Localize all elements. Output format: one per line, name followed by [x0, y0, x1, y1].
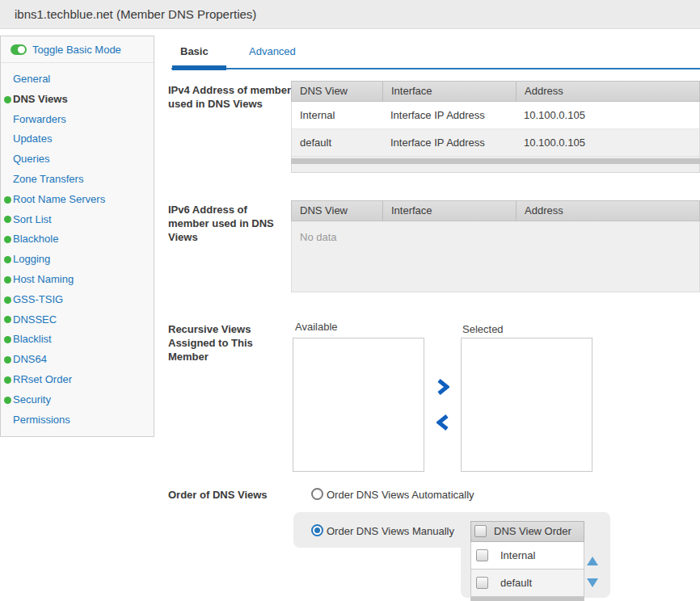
ipv6-section-label: IPv6 Address of member used in DNS Views: [168, 203, 280, 244]
sidebar-item-root-name-servers[interactable]: Root Name Servers: [1, 190, 154, 210]
ipv4-table: DNS View Interface Address Internal Inte…: [291, 81, 700, 173]
cell-address: 10.100.0.105: [516, 129, 699, 156]
selected-listbox[interactable]: [461, 338, 592, 472]
radio-order-manually[interactable]: [311, 524, 323, 536]
sidebar-nav: General DNS Views Forwarders Updates Que…: [1, 63, 154, 430]
table-row[interactable]: default Interface IP Address 10.100.0.10…: [292, 129, 699, 157]
horizontal-scrollbar[interactable]: [291, 158, 700, 164]
sidebar-item-logging[interactable]: Logging: [1, 250, 154, 270]
horizontal-scrollbar[interactable]: [470, 597, 584, 601]
status-dot-icon: [4, 216, 11, 223]
chevron-right-icon: [436, 379, 449, 395]
table-footer: [291, 164, 700, 173]
sidebar-item-rrset-order[interactable]: RRset Order: [1, 370, 154, 390]
table-row[interactable]: Internal: [470, 542, 584, 569]
column-header-address[interactable]: Address: [516, 201, 699, 221]
empty-table-message: No data: [291, 221, 700, 292]
sidebar-item-updates[interactable]: Updates: [1, 129, 154, 149]
sidebar-item-dnssec[interactable]: DNSSEC: [1, 310, 154, 330]
tab-advanced[interactable]: Advanced: [249, 45, 296, 57]
status-dot-icon: [4, 296, 11, 304]
table-row[interactable]: Internal Interface IP Address 10.100.0.1…: [292, 102, 699, 129]
status-dot-icon: [4, 376, 11, 384]
select-all-checkbox[interactable]: [474, 525, 487, 537]
column-header-interface[interactable]: Interface: [382, 82, 516, 101]
status-dot-icon: [4, 276, 11, 284]
cell-address: 10.100.0.105: [516, 102, 699, 128]
recursive-views-label: Recursive Views Assigned to This Member: [168, 322, 267, 364]
order-row-label: Internal: [500, 542, 535, 569]
member-dns-properties-dialog: ibns1.techblue.net (Member DNS Propertie…: [0, 0, 700, 601]
toggle-basic-mode[interactable]: Toggle Basic Mode: [1, 36, 154, 63]
available-listbox[interactable]: [293, 338, 424, 472]
dns-view-order-header: DNS View Order: [470, 521, 584, 542]
ipv4-table-header: DNS View Interface Address: [291, 81, 700, 102]
status-dot-icon: [4, 96, 11, 103]
dns-view-order-header-label: DNS View Order: [494, 522, 571, 541]
status-dot-icon: [4, 256, 11, 263]
tab-basic[interactable]: Basic: [180, 45, 209, 57]
sidebar-item-sort-list[interactable]: Sort List: [1, 210, 154, 230]
sidebar-item-zone-transfers[interactable]: Zone Transfers: [1, 170, 154, 190]
sidebar-item-queries[interactable]: Queries: [1, 149, 154, 170]
sidebar-item-dns64[interactable]: DNS64: [1, 350, 154, 370]
status-dot-icon: [4, 397, 11, 404]
row-checkbox[interactable]: [476, 577, 488, 589]
move-right-button[interactable]: [436, 379, 451, 395]
status-dot-icon: [4, 236, 11, 243]
selected-label: Selected: [462, 323, 504, 335]
radio-order-automatically-label[interactable]: Order DNS Views Automatically: [327, 489, 474, 501]
move-left-button[interactable]: [436, 414, 451, 431]
column-header-address[interactable]: Address: [516, 82, 699, 101]
status-dot-icon: [4, 336, 11, 343]
column-header-dns-view[interactable]: DNS View: [292, 82, 382, 101]
page-title: ibns1.techblue.net (Member DNS Propertie…: [15, 0, 256, 29]
sidebar-item-host-naming[interactable]: Host Naming: [1, 270, 154, 290]
sidebar-item-permissions[interactable]: Permissions: [1, 410, 154, 431]
cell-dns-view: Internal: [292, 102, 382, 128]
title-bar: ibns1.techblue.net (Member DNS Propertie…: [0, 0, 700, 29]
tab-active-indicator: [172, 65, 226, 70]
ipv6-table-header: DNS View Interface Address: [291, 200, 700, 221]
move-down-icon[interactable]: [587, 578, 598, 587]
status-dot-icon: [4, 356, 11, 364]
sidebar-item-dns-views[interactable]: DNS Views: [1, 90, 154, 110]
status-dot-icon: [4, 196, 11, 204]
cell-interface: Interface IP Address: [382, 129, 516, 156]
tab-underline: [171, 68, 700, 69]
toggle-icon[interactable]: [11, 44, 27, 55]
row-checkbox[interactable]: [476, 549, 488, 561]
radio-order-automatically[interactable]: [311, 488, 323, 500]
cell-interface: Interface IP Address: [382, 102, 516, 128]
sidebar-item-blackhole[interactable]: Blackhole: [1, 229, 154, 250]
toggle-basic-mode-label: Toggle Basic Mode: [32, 44, 121, 56]
available-label: Available: [295, 321, 338, 333]
sidebar-item-forwarders[interactable]: Forwarders: [1, 110, 154, 130]
dns-view-order-table: DNS View Order Internal default: [470, 521, 584, 601]
order-row-label: default: [500, 569, 532, 596]
chevron-left-icon: [436, 414, 449, 431]
cell-dns-view: default: [292, 129, 382, 156]
sidebar-item-blacklist[interactable]: Blacklist: [1, 330, 154, 350]
status-dot-icon: [4, 316, 11, 323]
move-up-icon[interactable]: [587, 557, 598, 565]
table-row[interactable]: default: [470, 569, 584, 597]
column-header-dns-view[interactable]: DNS View: [292, 201, 382, 221]
sidebar-item-security[interactable]: Security: [1, 390, 154, 410]
sidebar-item-general[interactable]: General: [1, 69, 154, 90]
ipv4-section-label: IPv4 Address of member used in DNS Views: [168, 83, 294, 111]
ipv6-table: DNS View Interface Address No data: [291, 200, 700, 292]
sidebar-item-gss-tsig[interactable]: GSS-TSIG: [1, 290, 154, 310]
column-header-interface[interactable]: Interface: [382, 201, 516, 221]
sidebar: Toggle Basic Mode General DNS Views Forw…: [0, 36, 154, 437]
order-section-label: Order of DNS Views: [168, 488, 289, 502]
radio-order-manually-label[interactable]: Order DNS Views Manually: [327, 525, 454, 537]
